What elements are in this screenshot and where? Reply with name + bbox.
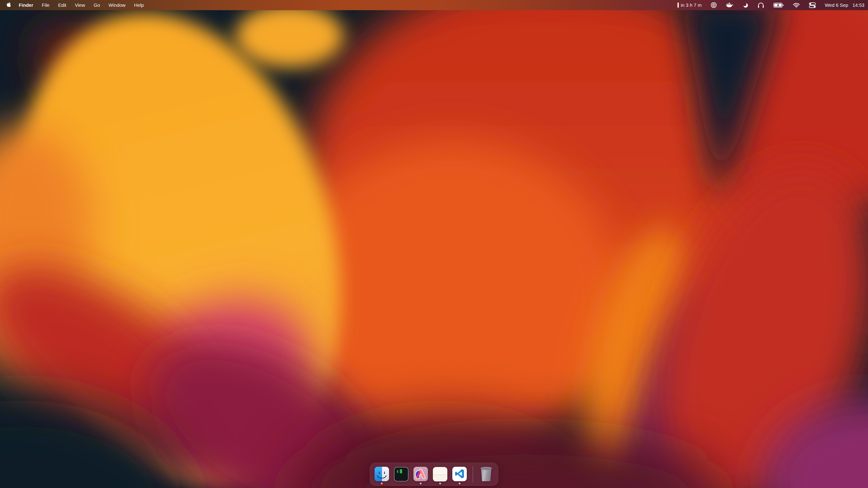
menu-edit[interactable]: Edit	[54, 0, 70, 10]
apple-menu[interactable]	[7, 0, 14, 10]
control-center-icon[interactable]	[809, 2, 816, 8]
dock-item-trash[interactable]	[479, 467, 493, 482]
vscode-icon	[452, 467, 467, 482]
running-indicator	[420, 483, 422, 484]
dock-item-vscode[interactable]	[452, 467, 467, 482]
trash-body	[480, 468, 492, 481]
1password-icon[interactable]	[711, 2, 717, 8]
menu-bar-left: Finder File Edit View Go Window Help	[0, 0, 148, 10]
desktop-wallpaper	[0, 0, 868, 488]
notes-ruled-paper	[433, 473, 447, 482]
focus-moon-icon[interactable]	[743, 2, 748, 8]
notes-icon	[433, 467, 447, 482]
menu-view[interactable]: View	[70, 0, 89, 10]
docker-icon[interactable]	[726, 2, 734, 8]
menu-clock[interactable]: Wed 6 Sep 14:53	[825, 2, 864, 8]
terminal-prompt: $	[397, 469, 399, 474]
running-indicator	[381, 483, 383, 484]
terminal-icon: $	[394, 467, 408, 482]
menu-file[interactable]: File	[37, 0, 54, 10]
battery-charging-icon[interactable]	[773, 3, 784, 8]
dock-item-arc[interactable]	[413, 467, 428, 482]
terminal-cursor	[400, 469, 402, 473]
timer-bar-icon	[677, 2, 679, 8]
dock-item-notes[interactable]	[433, 467, 447, 482]
menu-go[interactable]: Go	[89, 0, 104, 10]
status-focus-timer[interactable]: in 3 h 7 m	[677, 2, 702, 8]
arc-browser-icon	[413, 467, 428, 482]
running-indicator	[459, 483, 460, 484]
desktop: Finder File Edit View Go Window Help in …	[0, 0, 868, 488]
apple-logo-icon	[7, 2, 12, 8]
running-indicator	[439, 483, 441, 484]
finder-icon	[375, 467, 389, 482]
timer-label: in 3 h 7 m	[681, 2, 702, 8]
trash-rim	[480, 467, 492, 470]
menu-window[interactable]: Window	[104, 0, 130, 10]
dock-item-finder[interactable]	[375, 467, 389, 482]
menu-help[interactable]: Help	[130, 0, 148, 10]
clock-date: Wed 6 Sep	[825, 2, 848, 8]
dock: $	[370, 463, 498, 486]
trash-icon	[480, 467, 493, 482]
headphones-icon[interactable]	[757, 2, 764, 8]
dock-separator	[473, 466, 473, 483]
dock-item-terminal[interactable]: $	[394, 467, 408, 482]
menu-bar: Finder File Edit View Go Window Help in …	[0, 0, 868, 10]
app-menu-finder[interactable]: Finder	[14, 0, 37, 10]
wifi-icon[interactable]	[793, 2, 800, 8]
clock-time: 14:53	[852, 2, 864, 8]
menu-bar-status: in 3 h 7 m	[677, 0, 868, 10]
